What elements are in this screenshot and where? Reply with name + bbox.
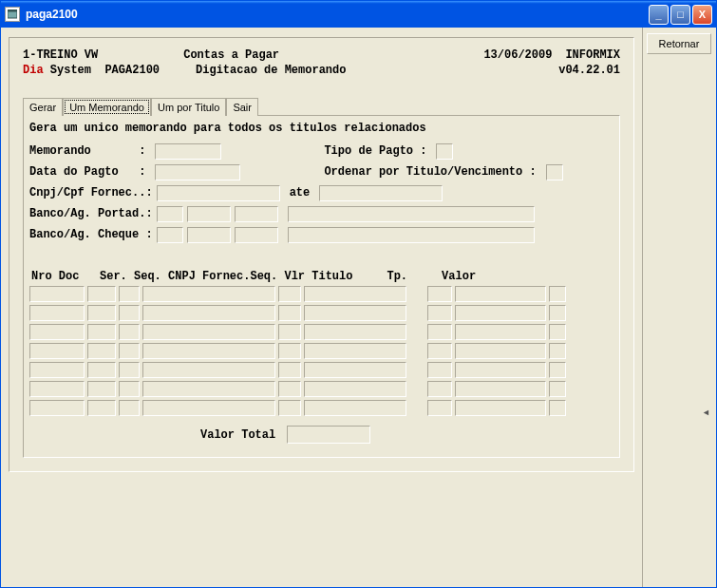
cnpj-from-input[interactable]	[157, 185, 280, 201]
cell-ser[interactable]	[87, 362, 116, 378]
cell-valor[interactable]	[455, 343, 546, 359]
cell-nro-doc[interactable]	[29, 286, 85, 302]
row-banco-portad: Banco/Ag. Portad.:	[29, 203, 613, 224]
table-row	[29, 305, 613, 321]
cell-vlr-titulo[interactable]	[304, 362, 406, 378]
cell-cnpj-fornec[interactable]	[142, 362, 275, 378]
cell-vlr-titulo[interactable]	[304, 305, 406, 321]
table-row	[29, 343, 613, 359]
cell-seq[interactable]	[119, 362, 140, 378]
cell-trail[interactable]	[549, 286, 566, 302]
cell-tp[interactable]	[427, 305, 452, 321]
cell-seq2[interactable]	[278, 343, 301, 359]
cell-seq2[interactable]	[278, 400, 301, 416]
cell-valor[interactable]	[455, 381, 546, 397]
table-row	[29, 362, 613, 378]
cell-cnpj-fornec[interactable]	[142, 286, 275, 302]
cell-seq2[interactable]	[278, 286, 301, 302]
cell-cnpj-fornec[interactable]	[142, 324, 275, 340]
banco-portad-desc[interactable]	[288, 206, 535, 222]
table-row	[29, 381, 613, 397]
data-pagto-input[interactable]	[155, 164, 240, 180]
cell-ser[interactable]	[87, 381, 116, 397]
cell-seq2[interactable]	[278, 305, 301, 321]
cell-ser[interactable]	[87, 324, 116, 340]
cell-tp[interactable]	[427, 362, 452, 378]
header-version: v04.22.01	[558, 63, 620, 78]
cell-trail[interactable]	[549, 381, 566, 397]
cell-seq[interactable]	[119, 381, 140, 397]
cell-seq2[interactable]	[278, 362, 301, 378]
tab-um-memorando[interactable]: Um Memorando	[63, 98, 151, 116]
close-button[interactable]: X	[692, 5, 712, 25]
cell-tp[interactable]	[427, 343, 452, 359]
banco-cheque-desc[interactable]	[288, 227, 535, 243]
cell-nro-doc[interactable]	[29, 400, 85, 416]
cell-seq[interactable]	[119, 400, 140, 416]
cell-nro-doc[interactable]	[29, 305, 85, 321]
cell-trail[interactable]	[549, 343, 566, 359]
app-window: paga2100 _ □ X 1-TREINO VW Contas a Paga…	[0, 0, 717, 588]
banco-cheque-3[interactable]	[235, 227, 278, 243]
banco-portad-2[interactable]	[187, 206, 231, 222]
cell-vlr-titulo[interactable]	[304, 400, 406, 416]
tab-gerar[interactable]: Gerar	[23, 98, 63, 116]
cell-seq2[interactable]	[278, 381, 301, 397]
cell-nro-doc[interactable]	[29, 381, 85, 397]
cell-cnpj-fornec[interactable]	[142, 381, 275, 397]
cell-valor[interactable]	[455, 305, 546, 321]
cell-tp[interactable]	[427, 381, 452, 397]
tipo-pagto-label: Tipo de Pagto :	[324, 144, 426, 158]
cell-vlr-titulo[interactable]	[304, 324, 406, 340]
cell-ser[interactable]	[87, 286, 116, 302]
cell-cnpj-fornec[interactable]	[142, 400, 275, 416]
svg-rect-1	[8, 9, 17, 11]
banco-cheque-2[interactable]	[187, 227, 231, 243]
cell-valor[interactable]	[455, 400, 546, 416]
cell-valor[interactable]	[455, 362, 546, 378]
total-row: Valor Total	[29, 426, 613, 444]
cell-cnpj-fornec[interactable]	[142, 305, 275, 321]
maximize-button[interactable]: □	[670, 5, 690, 25]
cnpj-to-input[interactable]	[319, 185, 443, 201]
cell-tp[interactable]	[427, 400, 452, 416]
cell-ser[interactable]	[87, 343, 116, 359]
tab-sair[interactable]: Sair	[226, 98, 258, 116]
cell-seq[interactable]	[119, 286, 140, 302]
cell-nro-doc[interactable]	[29, 324, 85, 340]
main-area: 1-TREINO VW Contas a Pagar 13/06/2009 IN…	[1, 28, 642, 587]
retornar-button[interactable]: Retornar	[647, 33, 711, 54]
cell-trail[interactable]	[549, 362, 566, 378]
banco-portad-3[interactable]	[235, 206, 278, 222]
cell-tp[interactable]	[427, 286, 452, 302]
memorando-input[interactable]	[155, 143, 221, 160]
cell-nro-doc[interactable]	[29, 362, 85, 378]
svg-rect-0	[8, 11, 17, 18]
cell-valor[interactable]	[455, 324, 546, 340]
total-input[interactable]	[287, 426, 370, 444]
cell-trail[interactable]	[549, 305, 566, 321]
cell-seq[interactable]	[119, 305, 140, 321]
tipo-pagto-input[interactable]	[436, 143, 453, 160]
cell-ser[interactable]	[87, 400, 116, 416]
minimize-button[interactable]: _	[649, 5, 669, 25]
cell-seq2[interactable]	[278, 324, 301, 340]
cell-seq[interactable]	[119, 324, 140, 340]
cell-nro-doc[interactable]	[29, 343, 85, 359]
cell-vlr-titulo[interactable]	[304, 286, 406, 302]
tab-um-por-titulo[interactable]: Um por Titulo	[151, 98, 226, 116]
cell-trail[interactable]	[549, 400, 566, 416]
cell-vlr-titulo[interactable]	[304, 343, 406, 359]
banco-portad-1[interactable]	[157, 206, 183, 222]
titlebar: paga2100 _ □ X	[1, 1, 716, 28]
banco-cheque-1[interactable]	[157, 227, 183, 243]
cell-vlr-titulo[interactable]	[304, 381, 406, 397]
cell-trail[interactable]	[549, 324, 566, 340]
ordenar-input[interactable]	[546, 164, 563, 180]
table-row	[29, 324, 613, 340]
cell-tp[interactable]	[427, 324, 452, 340]
cell-ser[interactable]	[87, 305, 116, 321]
cell-valor[interactable]	[455, 286, 546, 302]
cell-cnpj-fornec[interactable]	[142, 343, 275, 359]
cell-seq[interactable]	[119, 343, 140, 359]
